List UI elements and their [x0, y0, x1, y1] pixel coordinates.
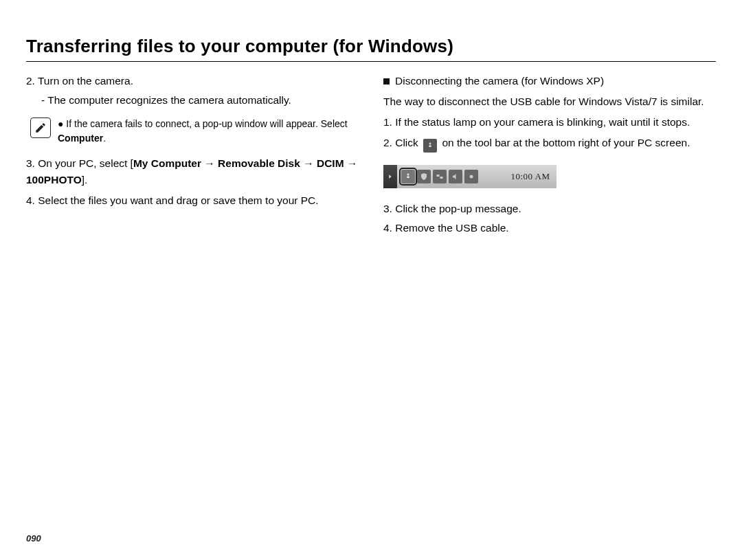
right-column: Disconnecting the camera (for Windows XP…: [383, 73, 716, 239]
step-3-post: ].: [82, 174, 88, 186]
note-text: ● If the camera fails to connect, a pop-…: [58, 117, 359, 146]
tray-misc-icon: [464, 170, 478, 183]
title-divider: [26, 61, 716, 62]
chevron-right-icon: [387, 173, 394, 180]
right-step-1: 1. If the status lamp on your camera is …: [383, 114, 716, 131]
manual-page: Transferring files to your computer (for…: [0, 0, 742, 560]
step-3-pre: 3. On your PC, select [: [26, 157, 133, 169]
right-intro: The way to disconnect the USB cable for …: [383, 93, 716, 110]
system-tray: [397, 165, 504, 188]
right-step-2-post: on the tool bar at the bottom right of y…: [442, 137, 690, 148]
tray-volume-icon: [449, 170, 462, 183]
right-step-4: 4. Remove the USB cable.: [383, 220, 716, 236]
left-column: 2. Turn on the camera. - The computer re…: [26, 73, 359, 239]
svg-rect-0: [437, 175, 440, 177]
section-heading-text: Disconnecting the camera (for Windows XP…: [395, 73, 604, 89]
note-box: ● If the camera fails to connect, a pop-…: [26, 117, 359, 146]
pencil-note-icon: [30, 117, 51, 138]
step-4: 4. Select the files you want and drag or…: [26, 192, 359, 209]
page-title: Transferring files to your computer (for…: [26, 36, 716, 57]
windows-taskbar-screenshot: 10:00 AM: [383, 165, 556, 188]
note-text-bold: Computer: [58, 133, 103, 144]
right-step-3: 3. Click the pop-up message.: [383, 201, 716, 217]
step-2: 2. Turn on the camera.: [26, 73, 359, 89]
svg-rect-1: [440, 177, 443, 179]
pencil-icon: [34, 122, 47, 134]
square-bullet-icon: [383, 78, 390, 85]
note-text-main: ● If the camera fails to connect, a pop-…: [58, 118, 348, 129]
right-step-2: 2. Click on the tool bar at the bottom r…: [383, 135, 716, 153]
tray-safely-remove-icon: [401, 170, 415, 183]
step-3: 3. On your PC, select [My Computer → Rem…: [26, 155, 359, 188]
note-text-tail: .: [103, 133, 106, 144]
safely-remove-hardware-icon: [423, 139, 437, 153]
step-2-sub: - The computer recognizes the camera aut…: [26, 92, 359, 109]
taskbar-clock: 10:00 AM: [504, 165, 556, 188]
page-number: 090: [26, 533, 41, 544]
tray-shield-icon: [417, 170, 431, 183]
right-step-2-pre: 2. Click: [383, 137, 421, 148]
taskbar-expand-arrow: [383, 165, 397, 188]
section-heading: Disconnecting the camera (for Windows XP…: [383, 73, 716, 89]
tray-network-icon: [433, 170, 447, 183]
usb-eject-icon: [426, 142, 434, 150]
content-columns: 2. Turn on the camera. - The computer re…: [26, 73, 716, 239]
svg-point-2: [470, 175, 473, 179]
